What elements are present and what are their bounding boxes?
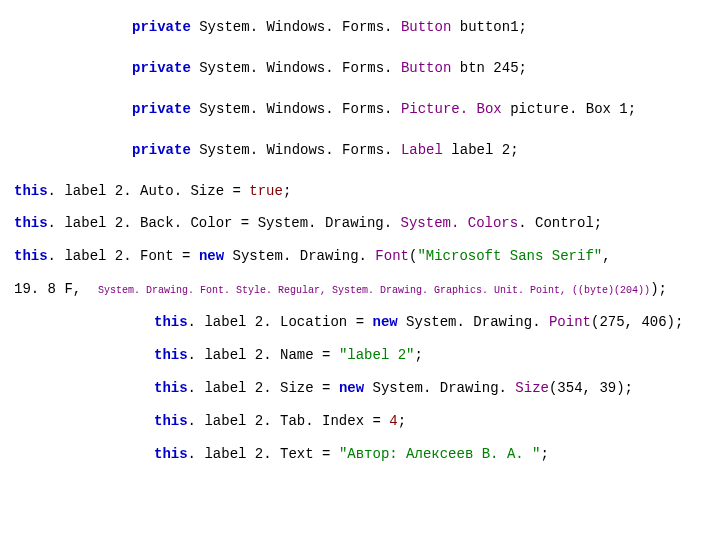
- decl-picturebox1: private System. Windows. Forms. Picture.…: [14, 100, 706, 119]
- stmt-tabindex: this. label 2. Tab. Index = 4;: [14, 412, 706, 431]
- stmt-autosize: this. label 2. Auto. Size = true;: [14, 182, 706, 201]
- stmt-font: this. label 2. Font = new System. Drawin…: [14, 247, 706, 266]
- stmt-location: this. label 2. Location = new System. Dr…: [14, 313, 706, 332]
- label2-properties-2: this. label 2. Location = new System. Dr…: [14, 313, 706, 463]
- stmt-text: this. label 2. Text = "Автор: Алексеев В…: [14, 445, 706, 464]
- stmt-font-cont: 19. 8 F, System. Drawing. Font. Style. R…: [14, 280, 706, 299]
- label2-properties-1: this. label 2. Auto. Size = true; this. …: [14, 182, 706, 300]
- field-declarations: private System. Windows. Forms. Button b…: [14, 18, 706, 160]
- decl-label2: private System. Windows. Forms. Label la…: [14, 141, 706, 160]
- stmt-backcolor: this. label 2. Back. Color = System. Dra…: [14, 214, 706, 233]
- stmt-size: this. label 2. Size = new System. Drawin…: [14, 379, 706, 398]
- decl-btn245: private System. Windows. Forms. Button b…: [14, 59, 706, 78]
- stmt-name: this. label 2. Name = "label 2";: [14, 346, 706, 365]
- decl-button1: private System. Windows. Forms. Button b…: [14, 18, 706, 37]
